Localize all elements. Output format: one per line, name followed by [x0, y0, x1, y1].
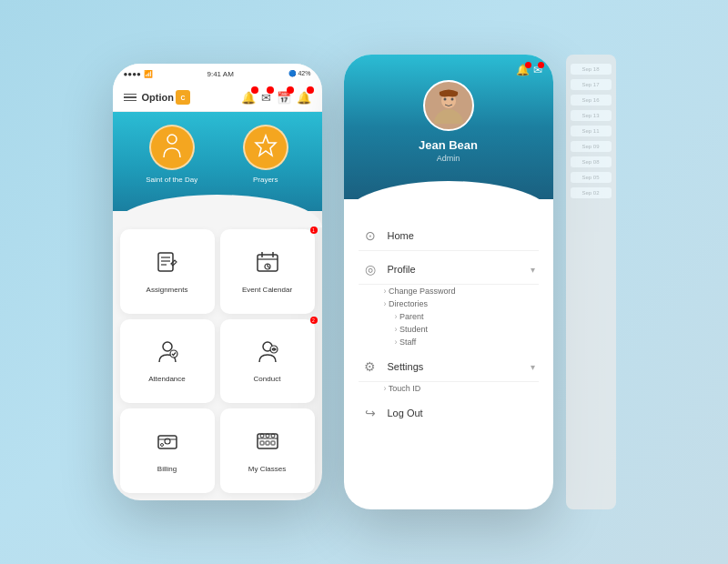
avatar [423, 80, 474, 131]
user-role: Admin [437, 154, 460, 163]
logout-icon: ↪ [362, 406, 379, 420]
menu-home[interactable]: ⊙ Home [359, 221, 539, 251]
my-classes-icon [255, 428, 280, 454]
svg-rect-2 [158, 253, 173, 271]
app-logo: Option C [142, 90, 190, 105]
conduct-icon [255, 338, 280, 364]
grid-item-event-calendar[interactable]: 1 Event Calendar [220, 229, 315, 314]
saint-circle [149, 125, 195, 170]
prayers[interactable]: Prayers [243, 125, 288, 184]
menu-home-label: Home [388, 230, 535, 241]
right-phone: 🔔 ✉ Jean Bean Admin [344, 55, 553, 509]
cal-entry: Sep 16 [571, 95, 612, 106]
conduct-label: Conduct [254, 375, 281, 383]
billing-icon [155, 428, 180, 454]
alert-icon[interactable]: 🔔 [297, 89, 311, 106]
menu-section: ⊙ Home ◎ Profile ▾ Change Password Direc… [344, 199, 553, 509]
menu-logout[interactable]: ↪ Log Out [359, 398, 539, 428]
calendar-icon[interactable]: 📅 [277, 89, 291, 106]
student-item[interactable]: Student [395, 323, 539, 336]
svg-point-29 [434, 109, 463, 124]
calendar-strip: Sep 18 Sep 17 Sep 16 Sep 13 Sep 11 Sep 0… [566, 55, 616, 509]
menu-profile-section: ◎ Profile ▾ Change Password Directories … [359, 255, 539, 348]
menu-settings[interactable]: ⚙ Settings ▾ [359, 352, 539, 382]
attendance-icon [155, 338, 180, 364]
svg-rect-24 [266, 441, 269, 445]
right-message-icon[interactable]: ✉ [533, 64, 542, 76]
event-calendar-label: Event Calendar [242, 286, 292, 294]
hero-section: Saint of the Day Prayers [113, 112, 322, 211]
profile-submenu: Change Password Directories Parent Stude… [359, 285, 539, 348]
cal-entry: Sep 09 [571, 141, 612, 152]
grid-item-attendance[interactable]: Attendance [120, 319, 215, 404]
cal-entry: Sep 08 [571, 156, 612, 167]
event-calendar-notif: 1 [310, 227, 318, 234]
cal-entry: Sep 18 [571, 64, 612, 75]
notification-bell[interactable]: 🔔 [241, 89, 256, 106]
prayers-circle [243, 125, 288, 170]
svg-point-20 [160, 444, 163, 447]
conduct-notif: 2 [310, 317, 318, 324]
svg-point-13 [163, 342, 172, 351]
my-classes-label: My Classes [248, 465, 286, 473]
prayers-label: Prayers [253, 176, 278, 184]
profile-icon: ◎ [362, 262, 379, 277]
grid-item-conduct[interactable]: 2 Conduct [220, 319, 315, 404]
svg-rect-17 [158, 436, 177, 448]
menu-logout-label: Log Out [388, 408, 535, 418]
home-icon: ⊙ [362, 228, 379, 243]
header-icons: 🔔 ✉ 📅 🔔 [241, 89, 311, 106]
app-grid: Assignments 1 Event Calendar [113, 211, 322, 500]
profile-hero: 🔔 ✉ Jean Bean Admin [344, 55, 553, 199]
event-calendar-icon [255, 249, 280, 275]
svg-rect-25 [271, 441, 275, 445]
status-battery: 🔵 42% [288, 70, 311, 77]
assignments-icon [155, 249, 180, 275]
cal-entry: Sep 13 [571, 110, 612, 121]
cal-entry: Sep 11 [571, 126, 612, 136]
settings-icon: ⚙ [362, 359, 379, 374]
svg-point-31 [443, 98, 446, 101]
status-time: 9:41 AM [207, 70, 234, 78]
status-bar: ●●●● 📶 9:41 AM 🔵 42% [113, 64, 322, 84]
parent-item[interactable]: Parent [395, 310, 539, 323]
assignments-label: Assignments [147, 286, 188, 294]
app-header: Option C 🔔 ✉ 📅 🔔 [113, 84, 322, 112]
change-password-item[interactable]: Change Password [384, 285, 539, 297]
profile-arrow: ▾ [531, 265, 535, 275]
cal-entry: Sep 02 [571, 187, 612, 198]
svg-rect-23 [260, 441, 264, 445]
cal-entry: Sep 05 [571, 172, 612, 183]
staff-item[interactable]: Staff [395, 336, 539, 348]
touch-id-item[interactable]: Touch ID [384, 382, 539, 395]
menu-profile[interactable]: ◎ Profile ▾ [359, 255, 539, 285]
app-badge: C [176, 90, 190, 105]
menu-settings-label: Settings [388, 361, 521, 372]
message-icon[interactable]: ✉ [261, 89, 271, 106]
status-signal: ●●●● 📶 [124, 70, 153, 78]
grid-item-my-classes[interactable]: My Classes [220, 408, 315, 493]
cal-entry: Sep 17 [571, 79, 612, 90]
svg-rect-6 [258, 255, 278, 271]
settings-submenu: Touch ID [359, 382, 539, 395]
svg-line-12 [268, 267, 269, 267]
grid-item-assignments[interactable]: Assignments [120, 229, 215, 314]
svg-point-32 [450, 98, 453, 101]
hamburger-menu[interactable] [124, 94, 136, 102]
directories-item[interactable]: Directories [384, 297, 539, 310]
attendance-label: Attendance [148, 375, 185, 383]
billing-label: Billing [157, 465, 177, 473]
saint-of-day[interactable]: Saint of the Day [146, 125, 197, 184]
menu-settings-section: ⚙ Settings ▾ Touch ID [359, 352, 539, 395]
grid-item-billing[interactable]: Billing [120, 408, 215, 493]
app-name: Option [142, 92, 174, 103]
left-phone: ●●●● 📶 9:41 AM 🔵 42% Option C 🔔 [113, 64, 322, 500]
svg-point-0 [167, 135, 177, 144]
saint-label: Saint of the Day [146, 176, 197, 184]
menu-profile-label: Profile [388, 264, 521, 275]
settings-arrow: ▾ [531, 362, 535, 372]
right-notif-icon[interactable]: 🔔 [516, 64, 530, 76]
user-name: Jean Bean [419, 138, 478, 152]
